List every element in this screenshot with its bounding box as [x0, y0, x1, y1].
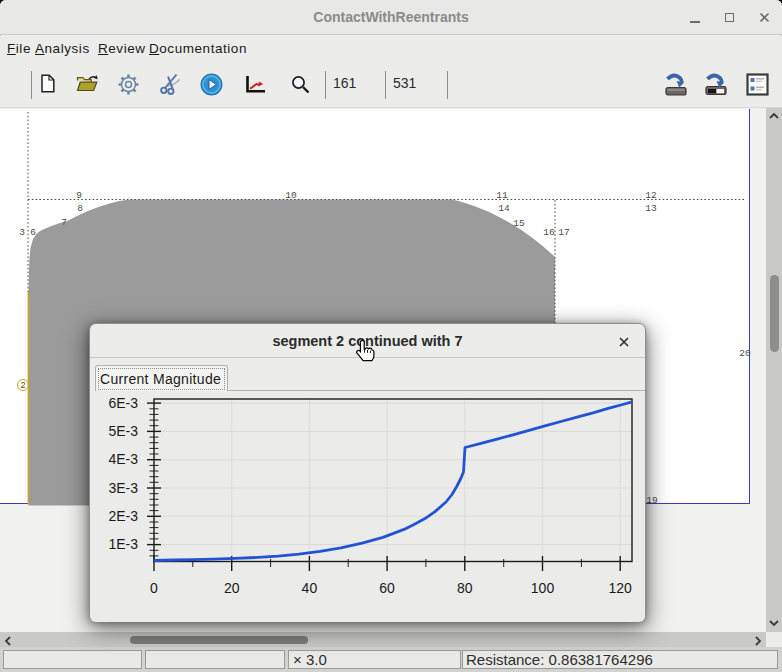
svg-text:80: 80 [457, 580, 473, 596]
svg-text:100: 100 [531, 580, 555, 596]
svg-text:5E-3: 5E-3 [108, 423, 138, 439]
svg-text:0: 0 [150, 580, 158, 596]
svg-text:3E-3: 3E-3 [108, 480, 138, 496]
svg-text:1E-3: 1E-3 [108, 536, 138, 552]
svg-text:4E-3: 4E-3 [108, 451, 138, 467]
svg-text:120: 120 [609, 580, 633, 596]
svg-text:40: 40 [302, 580, 318, 596]
svg-text:60: 60 [379, 580, 395, 596]
svg-text:2E-3: 2E-3 [108, 508, 138, 524]
svg-text:6E-3: 6E-3 [108, 395, 138, 411]
svg-text:20: 20 [224, 580, 240, 596]
